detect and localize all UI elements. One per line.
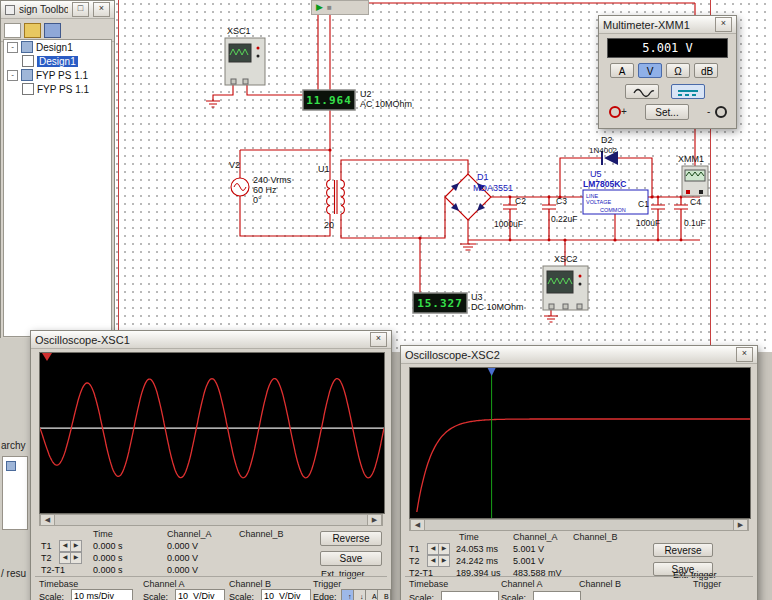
save-icon[interactable]	[44, 23, 61, 38]
negative-terminal[interactable]	[715, 106, 727, 118]
sine-mode-icon	[632, 88, 658, 98]
section-channel-b: Channel B	[229, 579, 271, 589]
timebase-scale-input[interactable]	[441, 591, 499, 600]
sheet-icon	[22, 83, 34, 95]
scroll-left-icon[interactable]: ◀	[410, 520, 425, 530]
cha-scale-label: Scale:	[501, 593, 526, 600]
instrument-u3-meter[interactable]: 15.327 U3 DC 10MOhm	[413, 292, 524, 313]
ground-symbols[interactable]	[206, 101, 558, 322]
sheet-icon	[22, 55, 34, 67]
close-icon[interactable]: ×	[736, 347, 753, 362]
d2-ref: D2	[601, 135, 613, 145]
positive-terminal[interactable]	[609, 106, 621, 118]
tree-item-fyp-sheet[interactable]: FYP PS 1.1	[4, 82, 111, 96]
ac-mode-button[interactable]	[625, 84, 659, 99]
xsc2-screen	[409, 367, 751, 519]
xsc2-scrollbar[interactable]: ◀ ▶	[409, 519, 749, 531]
tree-item-fyp-root[interactable]: - FYP PS 1.1	[4, 68, 111, 82]
t1-time-value: 24.053 ms	[456, 544, 498, 554]
component-d2-diode[interactable]: D2 1N4002	[589, 135, 618, 165]
xsc2-titlebar[interactable]: Oscilloscope-XSC2 ×	[401, 346, 757, 364]
panel-window-ic[interactable]: □	[72, 2, 89, 17]
xsc1-titlebar[interactable]: Oscilloscope-XSC1 ×	[31, 331, 391, 349]
close-icon[interactable]: ×	[370, 332, 387, 347]
hierarchy-listbox-fragment[interactable]	[2, 456, 28, 530]
instrument-xsc2-icon[interactable]: XSC2	[543, 254, 588, 310]
t2-right-icon[interactable]: ▶	[438, 555, 450, 567]
multimeter-titlebar[interactable]: Multimeter-XMM1 ×	[599, 16, 736, 34]
set-button[interactable]: Set...	[645, 104, 689, 120]
cursor-t2-label: T2	[409, 556, 420, 566]
save-button[interactable]: Save	[320, 551, 382, 566]
results-tab-fragment[interactable]: / resu	[1, 568, 26, 579]
mode-ohm-button[interactable]: Ω	[666, 63, 690, 78]
delta-cha-value: 0.000 V	[167, 565, 198, 575]
cha-scale-input[interactable]	[175, 589, 225, 600]
component-c1-capacitor[interactable]: C1 100uF	[636, 197, 665, 240]
u5-value: LM7805KC	[583, 179, 626, 189]
section-trigger: Trigger	[693, 579, 721, 589]
u5-pin-common: COMMON	[600, 207, 626, 213]
u1-ref: U1	[318, 164, 330, 174]
col-header-channel-b: Channel_B	[573, 532, 618, 542]
component-v2-source[interactable]: V2 240 Vrms 60 Hz 0°	[229, 160, 292, 205]
close-icon[interactable]: ×	[715, 17, 732, 32]
xsc1-screen	[39, 352, 385, 514]
cha-scale-input[interactable]	[533, 591, 581, 600]
timebase-scale-input[interactable]	[71, 589, 133, 600]
trigger-b-button[interactable]: B	[377, 589, 391, 600]
t2-cha-value: 0.000 V	[167, 553, 198, 563]
expander-icon[interactable]: -	[7, 42, 18, 53]
instrument-u2-meter[interactable]: 11.964 U2 AC 10MOhm	[303, 89, 412, 110]
t2-right-icon[interactable]: ▶	[70, 552, 82, 564]
reverse-button[interactable]: Reverse	[320, 531, 382, 546]
xsc1-scrollbar[interactable]: ◀ ▶	[39, 514, 383, 526]
tree-item-design1-sheet[interactable]: Design1	[4, 54, 111, 68]
design-toolbox-panel: sign Toolbox □ × - Design1 Design1 -	[0, 0, 115, 340]
design-tree: - Design1 Design1 - FYP PS 1.1 FYP PS 1.…	[3, 39, 112, 337]
chb-scale-input[interactable]	[261, 589, 311, 600]
panel-close-icon[interactable]: ×	[93, 2, 110, 17]
component-d1-bridge[interactable]: D1 MDA3551	[445, 172, 513, 220]
instrument-xsc1-icon[interactable]: XSC1	[225, 26, 265, 85]
left-dock-fragment: archy / resu	[0, 338, 30, 600]
chb-scale-label: Scale:	[229, 592, 254, 600]
t1-right-icon[interactable]: ▶	[438, 543, 450, 555]
tree-item-design1-root[interactable]: - Design1	[4, 40, 111, 54]
xsc2-trace	[410, 368, 750, 518]
mode-ampere-button[interactable]: A	[610, 63, 634, 78]
scroll-right-icon[interactable]: ▶	[733, 520, 748, 530]
col-header-channel-a: Channel_A	[167, 529, 212, 539]
scroll-left-icon[interactable]: ◀	[40, 515, 55, 525]
component-c4-capacitor[interactable]: C4 0.1uF	[674, 197, 706, 240]
controls-divider	[405, 576, 753, 577]
mode-db-button[interactable]: dB	[694, 63, 718, 78]
run-stop-icon[interactable]: ■	[327, 2, 332, 13]
component-u1-transformer[interactable]: U1 20	[318, 164, 344, 230]
new-design-icon[interactable]	[4, 23, 21, 38]
timebase-scale-label: Scale:	[39, 592, 64, 600]
design-icon	[21, 69, 33, 81]
component-c3-capacitor[interactable]: C3 0.22uF	[542, 196, 577, 240]
t1-cha-value: 0.000 V	[167, 541, 198, 551]
expander-icon[interactable]: -	[7, 70, 18, 81]
v2-value3: 0°	[253, 195, 262, 205]
col-header-channel-a: Channel_A	[513, 532, 558, 542]
v2-value1: 240 Vrms	[253, 175, 292, 185]
u5-pin-voltage: VOLTAGE	[586, 199, 611, 205]
instrument-xmm1-icon[interactable]: XMM1	[678, 154, 708, 196]
open-folder-icon[interactable]	[24, 23, 41, 38]
component-c2-capacitor[interactable]: C2 1000uF	[494, 196, 526, 240]
run-toolbar-fragment: ▶ ■	[311, 0, 369, 15]
oscilloscope-xsc1-window: Oscilloscope-XSC1 × ◀ ▶ Time Channel_A C…	[30, 330, 392, 600]
dc-mode-button[interactable]	[671, 84, 705, 99]
design-toolbox-titlebar[interactable]: sign Toolbox □ ×	[1, 1, 114, 19]
t1-right-icon[interactable]: ▶	[70, 540, 82, 552]
reverse-button[interactable]: Reverse	[653, 543, 713, 557]
panel-icon	[5, 5, 15, 15]
scroll-right-icon[interactable]: ▶	[367, 515, 382, 525]
mode-volt-button[interactable]: V	[638, 63, 662, 78]
u3-value: DC 10MOhm	[471, 302, 524, 312]
run-play-icon[interactable]: ▶	[316, 2, 323, 13]
section-channel-a: Channel A	[501, 579, 543, 589]
